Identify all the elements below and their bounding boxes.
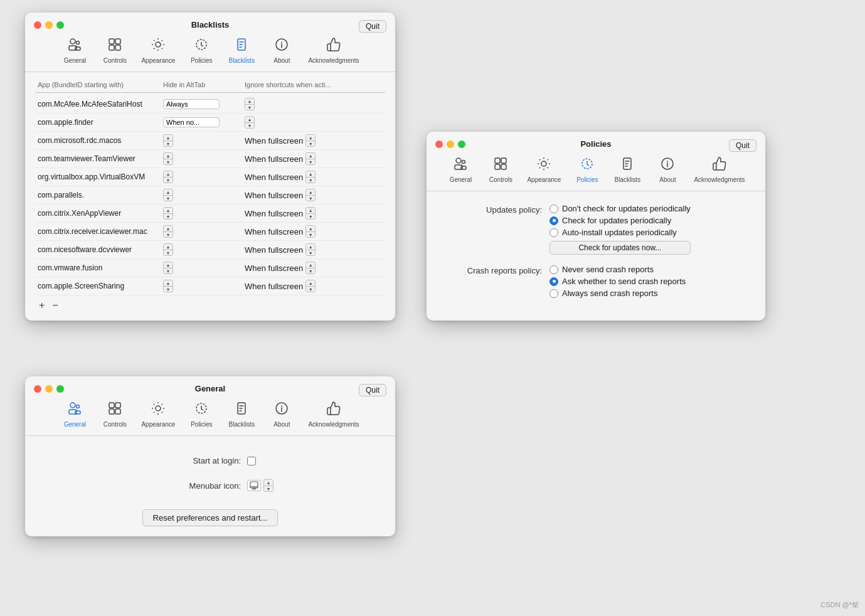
stepper-up[interactable]: ▲: [164, 226, 172, 232]
stepper-up[interactable]: ▲: [306, 244, 315, 250]
ignore-stepper[interactable]: ▲ ▼: [305, 171, 316, 183]
radio-never-crash[interactable]: [549, 265, 558, 274]
close-button[interactable]: [34, 385, 41, 393]
tab-appearance-bl[interactable]: Appearance: [135, 35, 181, 66]
tab-general-gen[interactable]: General: [55, 398, 95, 430]
stepper-up[interactable]: ▲: [306, 280, 315, 287]
hide-stepper[interactable]: ▲ ▼: [163, 152, 173, 165]
stepper-up[interactable]: ▲: [245, 117, 254, 123]
stepper-up[interactable]: ▲: [306, 135, 315, 141]
hide-stepper[interactable]: ▲ ▼: [163, 207, 173, 220]
tab-blacklists-pol[interactable]: Blacklists: [607, 154, 647, 186]
ignore-stepper[interactable]: ▲ ▼: [245, 98, 255, 110]
stepper-up[interactable]: ▲: [245, 98, 254, 105]
tab-appearance-pol[interactable]: Appearance: [521, 154, 567, 186]
stepper-up[interactable]: ▲: [306, 153, 315, 159]
stepper-down[interactable]: ▼: [264, 486, 273, 492]
radio-check-periodically[interactable]: [549, 216, 558, 225]
policies-quit-button[interactable]: Quit: [729, 139, 756, 152]
ignore-stepper[interactable]: ▲ ▼: [305, 262, 316, 274]
hide-select[interactable]: When no...AlwaysWhen fullscreen: [163, 117, 220, 127]
stepper-down[interactable]: ▼: [164, 141, 172, 147]
maximize-button[interactable]: [56, 21, 64, 29]
crash-option-2[interactable]: Ask whether to send crash reports: [549, 277, 686, 286]
stepper-down[interactable]: ▼: [306, 178, 315, 183]
tab-controls-gen[interactable]: Controls: [95, 398, 135, 430]
ignore-stepper[interactable]: ▲ ▼: [305, 189, 316, 201]
stepper-down[interactable]: ▼: [164, 159, 172, 165]
close-button[interactable]: [435, 141, 443, 148]
tab-acknowledgments-pol[interactable]: Acknowledgments: [687, 154, 751, 186]
stepper-down[interactable]: ▼: [306, 159, 315, 165]
minimize-button[interactable]: [45, 385, 53, 393]
blacklists-quit-button[interactable]: Quit: [359, 20, 386, 33]
tab-policies-pol[interactable]: Policies: [567, 154, 607, 186]
maximize-button[interactable]: [56, 385, 64, 393]
stepper-down[interactable]: ▼: [306, 214, 315, 220]
tab-policies-bl[interactable]: Policies: [181, 35, 221, 66]
stepper-up[interactable]: ▲: [306, 226, 315, 232]
crash-option-1[interactable]: Never send crash reports: [549, 265, 686, 274]
tab-acknowledgments-gen[interactable]: Acknowledgments: [302, 398, 365, 430]
stepper-down[interactable]: ▼: [164, 196, 172, 201]
ignore-stepper[interactable]: ▲ ▼: [305, 243, 316, 256]
stepper-down[interactable]: ▼: [245, 123, 254, 129]
updates-option-2[interactable]: Check for updates periodically: [549, 216, 691, 225]
stepper-up[interactable]: ▲: [164, 171, 172, 178]
tab-general-bl[interactable]: General: [55, 35, 95, 66]
tab-blacklists-gen[interactable]: Blacklists: [221, 398, 262, 430]
hide-stepper[interactable]: ▲ ▼: [163, 262, 173, 274]
stepper-up[interactable]: ▲: [306, 189, 315, 196]
check-updates-now-button[interactable]: Check for updates now...: [549, 241, 691, 255]
hide-stepper[interactable]: ▲ ▼: [163, 171, 173, 183]
stepper-down[interactable]: ▼: [306, 268, 315, 274]
hide-select[interactable]: AlwaysWhen no...When fullscreen: [163, 99, 220, 109]
minimize-button[interactable]: [45, 21, 53, 29]
stepper-up[interactable]: ▲: [164, 280, 172, 287]
stepper-up[interactable]: ▲: [164, 208, 172, 214]
stepper-up[interactable]: ▲: [264, 480, 273, 486]
stepper-up[interactable]: ▲: [164, 244, 172, 250]
tab-about-gen[interactable]: About: [262, 398, 302, 430]
hide-stepper[interactable]: ▲ ▼: [163, 134, 173, 147]
remove-row-button[interactable]: −: [51, 300, 59, 311]
ignore-stepper[interactable]: ▲ ▼: [245, 116, 255, 129]
stepper-down[interactable]: ▼: [306, 141, 315, 147]
stepper-down[interactable]: ▼: [164, 178, 172, 183]
updates-option-3[interactable]: Auto-install updates periodically: [549, 228, 691, 237]
general-quit-button[interactable]: Quit: [359, 384, 386, 396]
radio-dont-check[interactable]: [549, 204, 558, 213]
tab-controls-bl[interactable]: Controls: [95, 35, 135, 66]
stepper-down[interactable]: ▼: [245, 105, 254, 110]
maximize-button[interactable]: [458, 141, 465, 148]
tab-general-pol[interactable]: General: [440, 154, 480, 186]
ignore-stepper[interactable]: ▲ ▼: [305, 134, 316, 147]
updates-option-1[interactable]: Don't check for updates periodically: [549, 204, 691, 213]
stepper-up[interactable]: ▲: [164, 189, 172, 196]
add-row-button[interactable]: +: [38, 300, 46, 311]
stepper-up[interactable]: ▲: [164, 135, 172, 141]
stepper-up[interactable]: ▲: [306, 262, 315, 268]
ignore-stepper[interactable]: ▲ ▼: [305, 225, 316, 238]
stepper-down[interactable]: ▼: [164, 268, 172, 274]
ignore-stepper[interactable]: ▲ ▼: [305, 207, 316, 220]
stepper-up[interactable]: ▲: [164, 153, 172, 159]
reset-preferences-button[interactable]: Reset preferences and restart...: [142, 509, 279, 526]
stepper-down[interactable]: ▼: [164, 287, 172, 292]
radio-auto-install[interactable]: [549, 228, 558, 237]
tab-controls-pol[interactable]: Controls: [480, 154, 521, 186]
radio-always-crash[interactable]: [549, 289, 558, 298]
ignore-stepper[interactable]: ▲ ▼: [305, 152, 316, 165]
stepper-down[interactable]: ▼: [306, 232, 315, 238]
hide-stepper[interactable]: ▲ ▼: [163, 225, 173, 238]
tab-acknowledgments-bl[interactable]: Acknowledgments: [302, 35, 365, 66]
minimize-button[interactable]: [447, 141, 454, 148]
crash-option-3[interactable]: Always send crash reports: [549, 289, 686, 298]
tab-appearance-gen[interactable]: Appearance: [135, 398, 181, 430]
close-button[interactable]: [34, 21, 41, 29]
stepper-down[interactable]: ▼: [164, 214, 172, 220]
radio-ask-crash[interactable]: [549, 277, 558, 286]
stepper-up[interactable]: ▲: [306, 208, 315, 214]
hide-stepper[interactable]: ▲ ▼: [163, 189, 173, 201]
hide-stepper[interactable]: ▲ ▼: [163, 280, 173, 292]
